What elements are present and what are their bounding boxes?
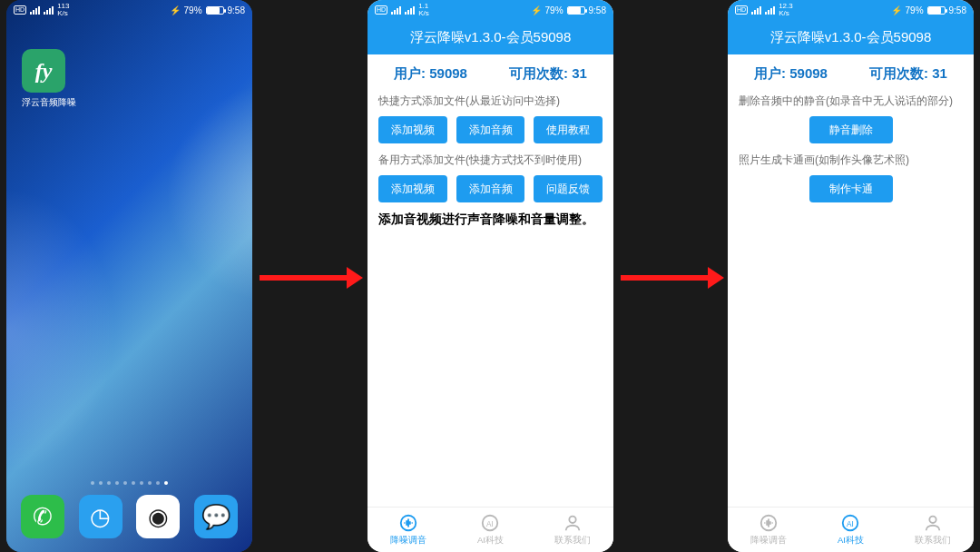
bottom-tabs: 降噪调音 AI AI科技 联系我们 [368, 507, 613, 552]
svg-point-7 [929, 517, 936, 523]
net-speed: 113K/s [57, 3, 69, 17]
status-bar: HD 12.3K/s ⚡ 79% 9:58 [728, 0, 974, 20]
status-bar: HD 113K/s ⚡ 79% 9:58 [6, 0, 252, 20]
user-label: 用户: 59098 [754, 65, 828, 83]
ai-icon: AI [480, 513, 500, 533]
add-video-quick-button[interactable]: 添加视频 [378, 116, 447, 143]
hint-alt-add: 备用方式添加文件(快捷方式找不到时使用) [378, 153, 603, 168]
phone-app-noise-tab: HD 1.1K/s ⚡ 79% 9:58 浮云降噪v1.3.0-会员59098 … [368, 0, 613, 552]
net-speed: 1.1K/s [418, 3, 429, 17]
clock: 9:58 [589, 5, 606, 15]
tab-contact[interactable]: 联系我们 [892, 508, 974, 552]
wifi-icon [405, 6, 415, 15]
tab-ai-label: AI科技 [838, 535, 864, 547]
page-dots [6, 481, 252, 485]
waveform-icon [759, 513, 779, 533]
app-tile-icon: fy [22, 49, 65, 93]
bt-icon: ⚡ [170, 5, 181, 15]
net-speed: 12.3K/s [779, 3, 793, 17]
battery-pct: 79% [906, 5, 924, 15]
feedback-button[interactable]: 问题反馈 [534, 175, 603, 202]
hint-silence-remove: 删除音频中的静音(如录音中无人说话的部分) [739, 94, 963, 109]
tab-contact-label: 联系我们 [915, 535, 951, 547]
wifi-icon [44, 6, 54, 15]
hint-cartoon: 照片生成卡通画(如制作头像艺术照) [739, 153, 963, 168]
phone-app-ai-tab: HD 12.3K/s ⚡ 79% 9:58 浮云降噪v1.3.0-会员59098… [728, 0, 974, 552]
arrow-2 [621, 275, 719, 281]
app-tile-label: 浮云音频降噪 [22, 96, 65, 109]
app-title: 浮云降噪v1.3.0-会员59098 [728, 20, 974, 54]
waveform-icon [398, 513, 418, 533]
status-bar: HD 1.1K/s ⚡ 79% 9:58 [368, 0, 613, 20]
add-video-alt-button[interactable]: 添加视频 [378, 175, 447, 202]
tab-noise[interactable]: 降噪调音 [728, 508, 809, 552]
bt-icon: ⚡ [891, 5, 902, 15]
app-shortcut-fuyun[interactable]: fy 浮云音频降噪 [22, 49, 65, 109]
user-label: 用户: 59098 [394, 65, 467, 83]
tab-noise-label: 降噪调音 [390, 535, 426, 547]
battery-pct: 79% [184, 5, 202, 15]
battery-pct: 79% [545, 5, 564, 15]
dock: ✆ ◷ ◉ 💬 [6, 490, 252, 543]
phone-home-screen: HD 113K/s ⚡ 79% 9:58 fy 浮云音频降噪 ✆ ◷ ◉ 💬 [6, 0, 252, 552]
tab-noise-label: 降噪调音 [750, 535, 787, 547]
dock-messages-icon[interactable]: 💬 [194, 495, 238, 538]
tab-ai[interactable]: AI AI科技 [809, 508, 891, 552]
tab-ai[interactable]: AI AI科技 [449, 508, 531, 552]
battery-icon [206, 6, 224, 15]
signal-icon [751, 6, 761, 15]
hint-quick-add: 快捷方式添加文件(从最近访问中选择) [378, 94, 603, 109]
tab-contact[interactable]: 联系我们 [532, 508, 613, 552]
ai-icon: AI [840, 513, 860, 533]
bottom-tabs: 降噪调音 AI AI科技 联系我们 [728, 507, 974, 552]
tab-ai-label: AI科技 [477, 535, 504, 547]
person-icon [563, 513, 583, 533]
person-icon [923, 513, 943, 533]
svg-text:AI: AI [487, 520, 495, 528]
dock-camera-icon[interactable]: ◉ [136, 495, 180, 538]
hd-icon: HD [14, 5, 26, 15]
tab-contact-label: 联系我们 [554, 535, 591, 547]
battery-icon [927, 6, 946, 15]
clock: 9:58 [949, 5, 966, 15]
lead-text: 添加音视频进行声音降噪和音量调整。 [378, 212, 603, 228]
dock-phone-icon[interactable]: ✆ [21, 495, 64, 538]
signal-icon [30, 6, 40, 15]
make-cartoon-button[interactable]: 制作卡通 [809, 175, 893, 202]
wifi-icon [765, 6, 775, 15]
hd-icon: HD [735, 5, 748, 15]
battery-icon [567, 6, 585, 15]
svg-text:AI: AI [848, 520, 855, 528]
dock-browser-icon[interactable]: ◷ [79, 495, 122, 538]
bt-icon: ⚡ [531, 5, 542, 15]
silence-remove-button[interactable]: 静音删除 [809, 116, 893, 143]
tutorial-button[interactable]: 使用教程 [534, 116, 603, 143]
hd-icon: HD [375, 5, 387, 15]
add-audio-quick-button[interactable]: 添加音频 [456, 116, 525, 143]
app-title: 浮云降噪v1.3.0-会员59098 [368, 20, 613, 54]
add-audio-alt-button[interactable]: 添加音频 [456, 175, 525, 202]
clock: 9:58 [228, 5, 245, 15]
signal-icon [391, 6, 401, 15]
svg-point-3 [569, 517, 575, 523]
quota-label: 可用次数: 31 [509, 65, 587, 83]
quota-label: 可用次数: 31 [869, 65, 947, 83]
arrow-1 [260, 275, 358, 281]
tab-noise[interactable]: 降噪调音 [368, 508, 449, 552]
